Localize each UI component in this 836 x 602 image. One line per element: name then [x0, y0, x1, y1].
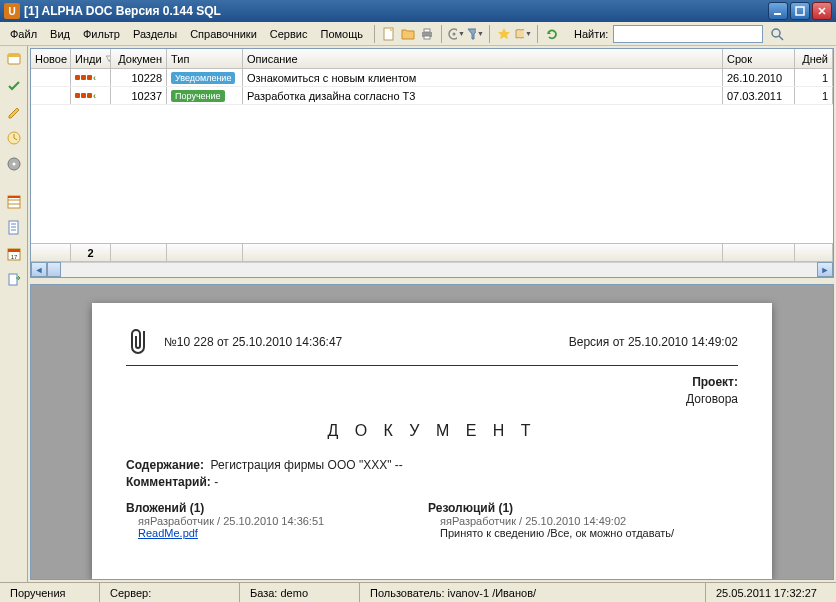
doc-attachments: Вложений (1) яяРазработчик / 25.10.2010 …	[126, 501, 396, 539]
separator	[489, 25, 490, 43]
svg-rect-0	[774, 13, 781, 15]
svg-rect-11	[8, 54, 20, 57]
attachment-link[interactable]: ReadMe.pdf	[138, 527, 396, 539]
separator	[374, 25, 375, 43]
document-grid: Новое Инди▽ Докумен Тип Описание Срок Дн…	[30, 48, 834, 278]
svg-rect-4	[424, 29, 430, 32]
menu-directories[interactable]: Справочники	[184, 26, 263, 42]
attachment-icon	[126, 325, 152, 359]
type-tag-assignment: Поручение	[171, 90, 225, 102]
status-user: Пользователь: ivanov-1 /Иванов/	[360, 583, 706, 602]
lt-grid-icon[interactable]	[4, 192, 24, 212]
close-button[interactable]	[812, 2, 832, 20]
separator	[537, 25, 538, 43]
svg-rect-1	[796, 7, 804, 15]
window-title: [1] ALPHA DOC Версия 0.144 SQL	[24, 4, 766, 18]
doc-resolutions: Резолюций (1) яяРазработчик / 25.10.2010…	[428, 501, 698, 539]
chevron-down-icon: ▼	[458, 30, 465, 37]
book-icon[interactable]: ▼	[514, 25, 532, 43]
grid-footer: 2	[31, 243, 833, 261]
type-tag-notification: Уведомление	[171, 72, 235, 84]
svg-point-8	[772, 29, 780, 37]
horizontal-scrollbar[interactable]: ◄ ►	[31, 261, 833, 277]
lt-disc-icon[interactable]	[4, 154, 24, 174]
star-icon[interactable]	[495, 25, 513, 43]
refresh-icon[interactable]	[543, 25, 561, 43]
lt-pencil-icon[interactable]	[4, 102, 24, 122]
menu-help[interactable]: Помощь	[314, 26, 369, 42]
document-preview[interactable]: №10 228 от 25.10.2010 14:36:47 Версия от…	[30, 284, 834, 580]
svg-line-9	[779, 36, 783, 40]
column-desc[interactable]: Описание	[243, 49, 723, 68]
status-section: Поручения	[0, 583, 100, 602]
doc-number-date: №10 228 от 25.10.2010 14:36:47	[164, 335, 342, 349]
new-doc-icon[interactable]	[380, 25, 398, 43]
app-icon: U	[4, 3, 20, 19]
menu-service[interactable]: Сервис	[264, 26, 314, 42]
svg-point-14	[12, 163, 15, 166]
titlebar: U [1] ALPHA DOC Версия 0.144 SQL	[0, 0, 836, 22]
lt-clock-icon[interactable]	[4, 128, 24, 148]
scroll-left-icon[interactable]: ◄	[31, 262, 47, 277]
svg-point-7	[452, 32, 455, 35]
svg-rect-24	[8, 249, 20, 252]
column-indi[interactable]: Инди▽	[71, 49, 111, 68]
menu-sections[interactable]: Разделы	[127, 26, 183, 42]
menu-view[interactable]: Вид	[44, 26, 76, 42]
status-base: База: demo	[240, 583, 360, 602]
maximize-button[interactable]	[790, 2, 810, 20]
main-area: Новое Инди▽ Докумен Тип Описание Срок Дн…	[28, 46, 836, 582]
doc-comment: Комментарий: -	[126, 475, 738, 489]
table-row[interactable]: ‹ 10237 Поручение Разработка дизайна сог…	[31, 87, 833, 105]
search-input[interactable]	[613, 25, 763, 43]
doc-title: Д О К У М Е Н Т	[126, 422, 738, 440]
search-icon[interactable]	[768, 25, 786, 43]
svg-text:17: 17	[10, 254, 17, 260]
footer-count: 2	[71, 244, 111, 261]
column-type[interactable]: Тип	[167, 49, 243, 68]
column-docn[interactable]: Докумен	[111, 49, 167, 68]
chevron-down-icon: ▼	[525, 30, 532, 37]
lt-check-icon[interactable]	[4, 76, 24, 96]
left-toolbar: 17	[0, 46, 28, 582]
doc-version-date: Версия от 25.10.2010 14:49:02	[569, 335, 738, 349]
doc-project: Проект: Договора	[126, 374, 738, 408]
svg-rect-5	[424, 36, 430, 39]
menubar: Файл Вид Фильтр Разделы Справочники Серв…	[0, 22, 836, 46]
lt-export-icon[interactable]	[4, 270, 24, 290]
column-srok[interactable]: Срок	[723, 49, 795, 68]
svg-rect-26	[9, 274, 17, 285]
chevron-down-icon: ▼	[477, 30, 484, 37]
print-icon[interactable]	[418, 25, 436, 43]
search-label: Найти:	[574, 28, 608, 40]
statusbar: Поручения Сервер: База: demo Пользовател…	[0, 582, 836, 602]
gear-icon[interactable]: ▼	[447, 25, 465, 43]
grid-header: Новое Инди▽ Докумен Тип Описание Срок Дн…	[31, 49, 833, 69]
lt-doc-icon[interactable]	[4, 218, 24, 238]
column-dney[interactable]: Дней	[795, 49, 833, 68]
open-folder-icon[interactable]	[399, 25, 417, 43]
lt-card-icon[interactable]	[4, 50, 24, 70]
doc-content: Содержание: Регистрация фирмы ООО "ХХХ" …	[126, 458, 738, 472]
minimize-button[interactable]	[768, 2, 788, 20]
grid-body[interactable]: ‹ 10228 Уведомление Ознакомиться с новым…	[31, 69, 833, 243]
separator	[441, 25, 442, 43]
svg-rect-18	[8, 196, 20, 198]
status-datetime: 25.05.2011 17:32:27	[706, 583, 836, 602]
scroll-thumb[interactable]	[47, 262, 61, 277]
document-page: №10 228 от 25.10.2010 14:36:47 Версия от…	[92, 303, 772, 579]
table-row[interactable]: ‹ 10228 Уведомление Ознакомиться с новым…	[31, 69, 833, 87]
priority-indicator-icon: ‹	[75, 93, 99, 98]
column-novoe[interactable]: Новое	[31, 49, 71, 68]
menu-file[interactable]: Файл	[4, 26, 43, 42]
funnel-icon[interactable]: ▼	[466, 25, 484, 43]
priority-indicator-icon: ‹	[75, 75, 99, 80]
status-server: Сервер:	[100, 583, 240, 602]
doc-header: №10 228 от 25.10.2010 14:36:47 Версия от…	[126, 325, 738, 366]
scroll-right-icon[interactable]: ►	[817, 262, 833, 277]
menu-filter[interactable]: Фильтр	[77, 26, 126, 42]
lt-calendar-icon[interactable]: 17	[4, 244, 24, 264]
